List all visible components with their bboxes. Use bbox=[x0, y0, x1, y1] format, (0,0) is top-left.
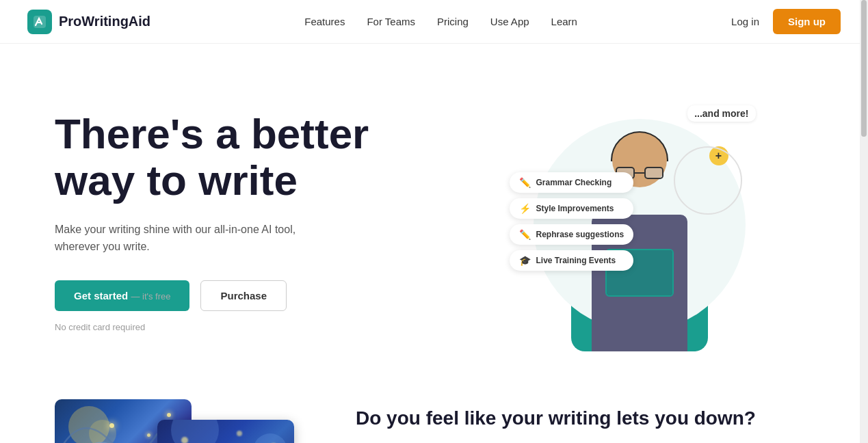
rephrase-icon: ✏️ bbox=[519, 229, 531, 240]
scrollbar[interactable] bbox=[860, 0, 868, 443]
hero-right: ✏️ Grammar Checking ⚡ Style Improvements… bbox=[438, 85, 841, 358]
pill-grammar: ✏️ Grammar Checking bbox=[510, 172, 634, 193]
bottom-left: My idea in my head bbox=[55, 399, 315, 443]
and-more-label: ...and more! bbox=[687, 105, 755, 122]
grammar-icon: ✏️ bbox=[519, 177, 531, 188]
scrollbar-thumb[interactable] bbox=[861, 0, 867, 137]
nav-links: Features For Teams Pricing Use App Learn bbox=[304, 16, 577, 28]
style-icon: ⚡ bbox=[519, 203, 531, 214]
nav-for-teams[interactable]: For Teams bbox=[367, 16, 415, 27]
glasses-bridge bbox=[635, 172, 644, 174]
hero-left: There's a better way to write Make your … bbox=[55, 111, 438, 332]
hero-buttons: Get started — it's free Purchase bbox=[55, 280, 438, 311]
hero-section: There's a better way to write Make your … bbox=[0, 44, 868, 386]
pill-rephrase: ✏️ Rephrase suggestions bbox=[510, 224, 634, 245]
bottom-right: Do you feel like your writing lets you d… bbox=[356, 399, 813, 443]
illustration: ✏️ Grammar Checking ⚡ Style Improvements… bbox=[510, 92, 770, 351]
get-started-button[interactable]: Get started — it's free bbox=[55, 280, 189, 311]
nav-features[interactable]: Features bbox=[304, 16, 345, 27]
pill-style: ⚡ Style Improvements bbox=[510, 198, 634, 219]
navbar: ProWritingAid Features For Teams Pricing… bbox=[0, 0, 868, 44]
svg-point-1 bbox=[181, 437, 188, 443]
bottom-title: Do you feel like your writing lets you d… bbox=[356, 406, 813, 431]
nav-right: Log in Sign up bbox=[731, 9, 841, 34]
bottom-section: My idea in my head Do you feel like your… bbox=[0, 386, 868, 443]
glasses-right bbox=[644, 167, 663, 179]
purchase-button[interactable]: Purchase bbox=[200, 280, 287, 311]
nav-learn[interactable]: Learn bbox=[551, 16, 577, 27]
logo-icon bbox=[27, 10, 52, 34]
brand-name: ProWritingAid bbox=[59, 14, 150, 29]
starry-night-front bbox=[157, 420, 294, 443]
circle-decoration bbox=[674, 146, 742, 215]
hero-title: There's a better way to write bbox=[55, 111, 438, 204]
nav-use-app[interactable]: Use App bbox=[490, 16, 529, 27]
login-link[interactable]: Log in bbox=[731, 16, 759, 27]
training-icon: 🎓 bbox=[519, 255, 531, 266]
feature-pills: ✏️ Grammar Checking ⚡ Style Improvements… bbox=[510, 172, 634, 271]
logo[interactable]: ProWritingAid bbox=[27, 10, 150, 34]
nav-pricing[interactable]: Pricing bbox=[437, 16, 469, 27]
hero-subtitle: Make your writing shine with our all-in-… bbox=[55, 221, 315, 256]
no-credit-text: No credit card required bbox=[55, 322, 438, 332]
svg-point-2 bbox=[237, 431, 242, 436]
image-stack: My idea in my head bbox=[55, 399, 315, 443]
signup-button[interactable]: Sign up bbox=[773, 9, 841, 34]
pill-training: 🎓 Live Training Events bbox=[510, 250, 634, 271]
